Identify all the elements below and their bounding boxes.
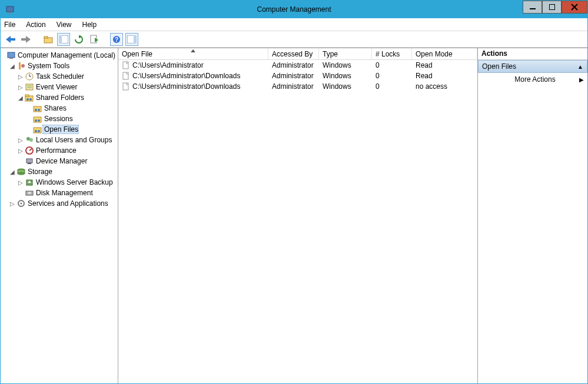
svg-rect-19	[8, 52, 15, 58]
svg-rect-39	[34, 128, 41, 133]
device-manager-icon	[24, 157, 35, 165]
column-type[interactable]: Type	[319, 48, 372, 59]
svg-rect-33	[34, 106, 41, 112]
expand-icon[interactable]: ▷	[9, 201, 16, 207]
expand-icon[interactable]: ▷	[17, 137, 24, 143]
tree-system-tools[interactable]: ◢ System Tools	[1, 61, 118, 71]
maximize-button[interactable]	[542, 1, 562, 14]
svg-point-22	[21, 64, 25, 68]
tree: Computer Management (Local) ◢ System Too…	[1, 50, 118, 209]
svg-point-35	[38, 109, 40, 111]
expand-icon[interactable]: ▷	[17, 148, 24, 154]
backup-icon	[24, 178, 35, 186]
tree-services-applications[interactable]: ▷ Services and Applications	[1, 198, 118, 209]
svg-point-41	[38, 130, 40, 132]
svg-marker-7	[21, 36, 31, 43]
tree-shares[interactable]: Shares	[1, 103, 118, 113]
tree-device-manager[interactable]: Device Manager	[1, 156, 118, 166]
help-button[interactable]: ?	[110, 33, 123, 46]
actions-section-open-files[interactable]: Open Files ▲	[478, 60, 587, 73]
menu-action[interactable]: Action	[26, 21, 45, 29]
shares-icon	[32, 104, 43, 112]
tree-disk-management[interactable]: Disk Management	[1, 188, 118, 198]
svg-point-32	[29, 98, 32, 101]
tree-performance[interactable]: ▷ Performance	[1, 145, 118, 156]
menu-view[interactable]: View	[57, 21, 72, 29]
refresh-button[interactable]	[72, 33, 85, 46]
menu-file[interactable]: File	[4, 21, 15, 29]
window-title: Computer Management	[257, 5, 331, 14]
svg-rect-3	[549, 4, 555, 10]
svg-point-37	[35, 119, 37, 122]
svg-rect-59	[123, 83, 128, 90]
list-row[interactable]: C:\Users\Administrator\Downloads Adminis…	[118, 81, 477, 92]
show-hide-action-pane-button[interactable]	[125, 33, 138, 46]
tree-open-files[interactable]: Open Files	[1, 124, 118, 135]
tree-shared-folders[interactable]: ◢ Shared Folders	[1, 92, 118, 103]
toolbar: ?	[1, 31, 587, 48]
disk-icon	[24, 189, 35, 197]
file-icon	[122, 82, 130, 91]
forward-button[interactable]	[19, 33, 32, 46]
tree-windows-server-backup[interactable]: ▷ Windows Server Backup	[1, 177, 118, 188]
users-icon	[24, 136, 35, 144]
svg-point-56	[21, 203, 22, 205]
collapse-icon[interactable]: ◢	[17, 95, 24, 101]
window-controls	[523, 1, 587, 14]
svg-point-43	[29, 138, 33, 142]
expand-icon[interactable]: ▷	[17, 74, 24, 80]
svg-rect-1	[8, 12, 12, 13]
tree-root[interactable]: Computer Management (Local)	[1, 50, 118, 61]
svg-rect-2	[530, 8, 536, 9]
up-button[interactable]	[42, 33, 55, 46]
svg-rect-57	[123, 62, 128, 69]
actions-more-actions[interactable]: More Actions ▶	[478, 73, 587, 86]
svg-text:?: ?	[115, 36, 118, 43]
svg-rect-26	[26, 84, 33, 90]
svg-point-38	[38, 119, 40, 122]
list-pane: Open File Accessed By Type # Locks Open …	[118, 48, 478, 383]
title-bar[interactable]: Computer Management	[1, 1, 587, 18]
services-icon	[16, 199, 26, 208]
app-icon	[4, 4, 16, 15]
close-button[interactable]	[562, 1, 587, 14]
menu-help[interactable]: Help	[82, 21, 97, 29]
svg-rect-9	[44, 36, 48, 38]
svg-rect-46	[26, 159, 32, 163]
clock-icon	[24, 72, 35, 81]
client-area: Computer Management (Local) ◢ System Too…	[1, 48, 587, 383]
expand-icon[interactable]: ▷	[17, 179, 24, 186]
expand-icon[interactable]: ▷	[17, 84, 24, 91]
export-button[interactable]	[88, 33, 101, 46]
open-files-icon	[32, 125, 43, 133]
sessions-icon	[32, 115, 43, 123]
list-body[interactable]: C:\Users\Administrator Administrator Win…	[118, 60, 477, 383]
svg-rect-58	[123, 72, 128, 79]
svg-point-54	[28, 192, 31, 194]
collapse-icon[interactable]: ◢	[9, 169, 16, 175]
list-row[interactable]: C:\Users\Administrator Administrator Win…	[118, 60, 477, 71]
column-locks[interactable]: # Locks	[372, 48, 412, 59]
column-accessed-by[interactable]: Accessed By	[268, 48, 319, 59]
tree-pane[interactable]: Computer Management (Local) ◢ System Too…	[1, 48, 118, 383]
minimize-button[interactable]	[523, 1, 542, 14]
tree-event-viewer[interactable]: ▷ Event Viewer	[1, 82, 118, 92]
svg-point-50	[18, 172, 25, 175]
tree-task-scheduler[interactable]: ▷ Task Scheduler	[1, 71, 118, 82]
actions-pane: Actions Open Files ▲ More Actions ▶	[478, 48, 587, 383]
svg-rect-20	[9, 58, 13, 59]
file-icon	[122, 61, 130, 69]
list-row[interactable]: C:\Users\Administrator\Downloads Adminis…	[118, 71, 477, 81]
system-tools-icon	[16, 62, 26, 70]
tree-storage[interactable]: ◢ Storage	[1, 166, 118, 177]
column-open-mode[interactable]: Open Mode	[412, 48, 477, 59]
tree-local-users-groups[interactable]: ▷ Local Users and Groups	[1, 135, 118, 145]
collapse-icon[interactable]: ◢	[9, 63, 16, 69]
tree-sessions[interactable]: Sessions	[1, 113, 118, 124]
show-hide-tree-button[interactable]	[57, 33, 70, 46]
collapse-icon: ▲	[577, 64, 583, 70]
file-icon	[122, 72, 130, 80]
column-open-file[interactable]: Open File	[118, 48, 268, 59]
back-button[interactable]	[4, 33, 17, 46]
storage-icon	[16, 168, 26, 176]
